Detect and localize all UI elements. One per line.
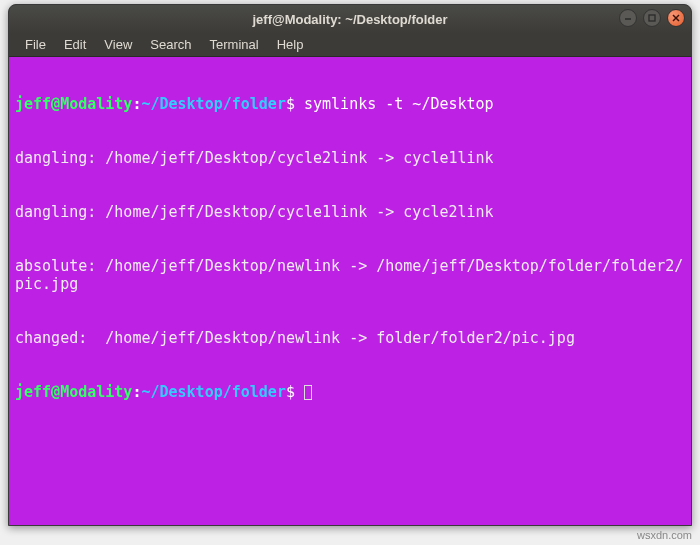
close-icon	[671, 13, 681, 23]
menu-search[interactable]: Search	[142, 35, 199, 54]
maximize-button[interactable]	[643, 9, 661, 27]
prompt-dollar: $	[286, 383, 295, 401]
prompt-user-host: jeff@Modality	[15, 383, 132, 401]
prompt-path: ~/Desktop/folder	[141, 95, 286, 113]
menu-file[interactable]: File	[17, 35, 54, 54]
terminal-line-command: jeff@Modality:~/Desktop/folder$ symlinks…	[15, 95, 685, 113]
prompt-dollar: $	[286, 95, 295, 113]
svg-rect-1	[649, 15, 655, 21]
minimize-button[interactable]	[619, 9, 637, 27]
maximize-icon	[647, 13, 657, 23]
menubar: File Edit View Search Terminal Help	[9, 33, 691, 57]
minimize-icon	[623, 13, 633, 23]
close-button[interactable]	[667, 9, 685, 27]
watermark: wsxdn.com	[637, 529, 692, 541]
terminal-line-prompt-idle: jeff@Modality:~/Desktop/folder$	[15, 383, 685, 401]
prompt-user-host: jeff@Modality	[15, 95, 132, 113]
cursor-icon	[304, 385, 312, 400]
terminal-output-line: absolute: /home/jeff/Desktop/newlink -> …	[15, 257, 685, 293]
menu-help[interactable]: Help	[269, 35, 312, 54]
terminal-output-line: dangling: /home/jeff/Desktop/cycle1link …	[15, 203, 685, 221]
command-text: symlinks -t ~/Desktop	[304, 95, 494, 113]
window-controls	[619, 9, 685, 27]
terminal-window: jeff@Modality: ~/Desktop/folder File Edi…	[8, 4, 692, 526]
terminal-area[interactable]: jeff@Modality:~/Desktop/folder$ symlinks…	[9, 57, 691, 525]
terminal-output-line: dangling: /home/jeff/Desktop/cycle2link …	[15, 149, 685, 167]
titlebar: jeff@Modality: ~/Desktop/folder	[9, 5, 691, 33]
menu-edit[interactable]: Edit	[56, 35, 94, 54]
menu-terminal[interactable]: Terminal	[202, 35, 267, 54]
window-title: jeff@Modality: ~/Desktop/folder	[252, 12, 447, 27]
prompt-path: ~/Desktop/folder	[141, 383, 286, 401]
terminal-output-line: changed: /home/jeff/Desktop/newlink -> f…	[15, 329, 685, 347]
menu-view[interactable]: View	[96, 35, 140, 54]
